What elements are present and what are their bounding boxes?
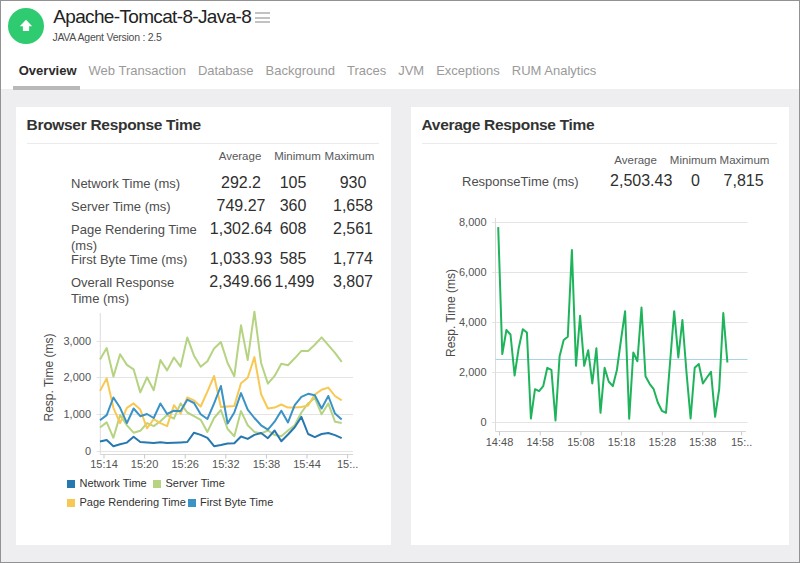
svg-text:2,000: 2,000 [459,366,487,378]
svg-text:0: 0 [480,416,486,428]
svg-text:14:48: 14:48 [486,436,514,448]
svg-text:14:58: 14:58 [526,436,554,448]
svg-text:15:38: 15:38 [689,436,717,448]
svg-text:15:26: 15:26 [171,458,199,470]
svg-text:3,000: 3,000 [63,335,91,347]
svg-text:15:38: 15:38 [253,458,281,470]
svg-text:15:44: 15:44 [293,458,321,470]
svg-text:15:..: 15:.. [731,436,752,448]
svg-text:15:20: 15:20 [131,458,159,470]
svg-text:15:14: 15:14 [90,458,118,470]
svg-text:15:32: 15:32 [212,458,240,470]
svg-text:0: 0 [85,445,91,457]
svg-text:15:28: 15:28 [649,436,677,448]
svg-text:8,000: 8,000 [459,216,487,228]
svg-text:1,000: 1,000 [63,408,91,420]
svg-text:Resp. Time (ms): Resp. Time (ms) [444,269,458,357]
svg-text:15:18: 15:18 [608,436,636,448]
svg-text:15:08: 15:08 [567,436,595,448]
svg-text:2,000: 2,000 [63,371,91,383]
svg-text:6,000: 6,000 [459,266,487,278]
svg-text:4,000: 4,000 [459,316,487,328]
svg-text:Resp. Time (ms): Resp. Time (ms) [42,333,56,421]
svg-text:15:..: 15:.. [337,458,358,470]
